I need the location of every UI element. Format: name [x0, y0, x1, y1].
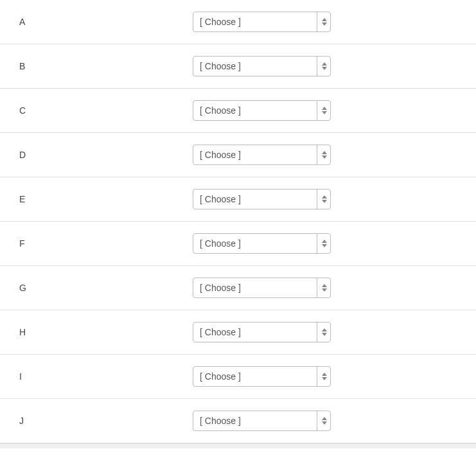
select-container-h: [ Choose ]	[193, 322, 331, 342]
label-d: D	[19, 150, 193, 160]
select-wrapper-i: [ Choose ]	[193, 366, 457, 387]
select-container-f: [ Choose ]	[193, 233, 331, 254]
label-a: A	[19, 17, 193, 27]
row-h: H[ Choose ]	[0, 310, 476, 355]
select-container-c: [ Choose ]	[193, 100, 331, 121]
main-container: A[ Choose ]B[ Choose ]C[ Choose ]D[ Choo…	[0, 0, 476, 451]
select-f[interactable]: [ Choose ]	[193, 233, 331, 254]
label-g: G	[19, 283, 193, 293]
label-h: H	[19, 327, 193, 337]
row-j: J[ Choose ]	[0, 399, 476, 443]
footer-bar	[0, 443, 476, 448]
row-e: E[ Choose ]	[0, 177, 476, 222]
row-a: A[ Choose ]	[0, 0, 476, 44]
select-wrapper-a: [ Choose ]	[193, 12, 457, 32]
select-container-g: [ Choose ]	[193, 278, 331, 298]
select-i[interactable]: [ Choose ]	[193, 366, 331, 387]
select-wrapper-g: [ Choose ]	[193, 278, 457, 298]
select-wrapper-j: [ Choose ]	[193, 411, 457, 431]
select-wrapper-f: [ Choose ]	[193, 233, 457, 254]
select-c[interactable]: [ Choose ]	[193, 100, 331, 121]
select-wrapper-h: [ Choose ]	[193, 322, 457, 342]
row-f: F[ Choose ]	[0, 222, 476, 266]
label-i: I	[19, 371, 193, 382]
label-e: E	[19, 194, 193, 204]
row-d: D[ Choose ]	[0, 133, 476, 177]
row-i: I[ Choose ]	[0, 355, 476, 399]
select-wrapper-d: [ Choose ]	[193, 145, 457, 165]
select-container-i: [ Choose ]	[193, 366, 331, 387]
select-container-b: [ Choose ]	[193, 56, 331, 76]
rows-container: A[ Choose ]B[ Choose ]C[ Choose ]D[ Choo…	[0, 0, 476, 443]
select-container-d: [ Choose ]	[193, 145, 331, 165]
select-container-a: [ Choose ]	[193, 12, 331, 32]
select-e[interactable]: [ Choose ]	[193, 189, 331, 209]
select-j[interactable]: [ Choose ]	[193, 411, 331, 431]
select-container-e: [ Choose ]	[193, 189, 331, 209]
row-c: C[ Choose ]	[0, 89, 476, 133]
select-b[interactable]: [ Choose ]	[193, 56, 331, 76]
select-a[interactable]: [ Choose ]	[193, 12, 331, 32]
label-f: F	[19, 238, 193, 249]
row-b: B[ Choose ]	[0, 44, 476, 89]
label-j: J	[19, 416, 193, 426]
select-wrapper-c: [ Choose ]	[193, 100, 457, 121]
row-g: G[ Choose ]	[0, 266, 476, 310]
select-d[interactable]: [ Choose ]	[193, 145, 331, 165]
select-container-j: [ Choose ]	[193, 411, 331, 431]
select-wrapper-b: [ Choose ]	[193, 56, 457, 76]
select-h[interactable]: [ Choose ]	[193, 322, 331, 342]
select-g[interactable]: [ Choose ]	[193, 278, 331, 298]
label-b: B	[19, 61, 193, 71]
select-wrapper-e: [ Choose ]	[193, 189, 457, 209]
label-c: C	[19, 105, 193, 116]
